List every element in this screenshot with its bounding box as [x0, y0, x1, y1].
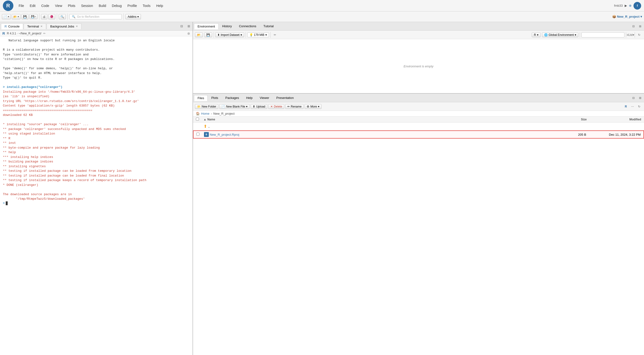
delete-button[interactable]: ✕ Delete [268, 104, 284, 109]
console-output-12: ** help [3, 150, 190, 155]
console-clear-icon[interactable]: ⊗ [187, 32, 190, 35]
file-row-parent: ⬆ .. [193, 122, 644, 130]
project-selector[interactable]: 📦 New_R_project ▾ [612, 15, 642, 18]
menu-tools[interactable]: Tools [140, 3, 153, 8]
import-chevron-icon: ▾ [240, 33, 242, 36]
save-workspace-button[interactable]: 💾 [204, 32, 212, 37]
files-more-options-button[interactable]: ⋯ [630, 104, 636, 110]
new-blank-file-label: New Blank File [226, 105, 245, 108]
console-icon: R [4, 24, 7, 28]
go-to-file-input-area[interactable]: 🔍 Go to file/function [69, 14, 122, 19]
console-line-3: Type 'contributors()' for more informati… [3, 52, 190, 57]
console-prompt-line[interactable]: > [3, 202, 190, 205]
menu-file[interactable]: File [16, 3, 26, 8]
parent-name[interactable]: ⬆ .. [204, 124, 561, 129]
select-all-input[interactable] [196, 118, 199, 121]
tab-terminal[interactable]: Terminal ✕ [24, 24, 46, 29]
memory-dropdown-icon[interactable]: ▾ [266, 33, 267, 36]
project-chevron-icon: ▾ [640, 15, 642, 18]
tab-presentation[interactable]: Presentation [273, 95, 298, 101]
user-arrow-icon[interactable]: ▶ [625, 4, 627, 8]
open-file-button[interactable]: 📂 ▾ [12, 14, 20, 19]
menu-session[interactable]: Session [78, 3, 95, 8]
rstudio-icon-btn[interactable]: R [623, 104, 629, 110]
tab-help[interactable]: Help [242, 95, 256, 101]
background-jobs-close-icon[interactable]: ✕ [76, 25, 78, 28]
new-file-button[interactable]: 📄 ▾ [2, 14, 11, 19]
menu-view[interactable]: View [52, 3, 64, 8]
size-column-header[interactable]: Size [563, 118, 587, 121]
menu-help[interactable]: Help [154, 3, 166, 8]
tab-history[interactable]: History [218, 23, 235, 29]
upload-button[interactable]: ⬆ Upload [250, 104, 267, 109]
tab-connections[interactable]: Connections [235, 23, 260, 29]
toolbar-sep-3 [67, 14, 68, 20]
knit-button[interactable]: 🧶 [48, 14, 55, 19]
r-selector-chevron-icon: ▾ [537, 33, 538, 36]
env-refresh-button[interactable]: ↻ [636, 32, 642, 38]
new-file-icon: 📄 [4, 15, 7, 18]
user-add-icon[interactable]: ⊕ [629, 4, 632, 8]
new-file-dropdown-icon[interactable]: ▾ [8, 15, 9, 18]
addins-button[interactable]: Addins ▾ [126, 14, 141, 19]
tab-viewer[interactable]: Viewer [256, 95, 273, 101]
menu-debug[interactable]: Debug [110, 3, 124, 8]
more-button[interactable]: ⚙ More ▾ [304, 104, 321, 109]
r-selector[interactable]: R ▾ [532, 32, 540, 37]
find-button[interactable]: 🔍 [59, 14, 66, 19]
files-refresh-button[interactable]: ↻ [636, 104, 642, 110]
files-collapse-button[interactable]: ⊟ [630, 95, 636, 101]
breadcrumb-home[interactable]: Home [201, 112, 210, 116]
menu-code[interactable]: Code [39, 3, 52, 8]
maximize-left-button[interactable]: ⊞ [186, 24, 192, 29]
load-workspace-button[interactable]: 📂 [195, 32, 203, 37]
menu-profile[interactable]: Profile [125, 3, 140, 8]
rproj-checkbox-input[interactable] [196, 132, 200, 136]
import-dataset-label: Import Dataset [221, 33, 240, 36]
save-all-button[interactable]: 💾+ [30, 14, 38, 19]
tab-plots[interactable]: Plots [208, 95, 222, 101]
rproj-file-name[interactable]: New_R_project.Rproj [210, 133, 239, 136]
tab-console[interactable]: R Console [1, 24, 23, 30]
import-dataset-button[interactable]: ⬆ Import Dataset ▾ [215, 32, 244, 37]
global-env-selector[interactable]: 🌐 Global Environment ▾ [542, 32, 578, 37]
env-search-input[interactable] [582, 32, 624, 38]
new-blank-file-icon: 📄 [222, 105, 225, 108]
rproj-checkbox[interactable] [196, 132, 202, 136]
console-command-line: > install.packages("cellranger") [3, 85, 190, 90]
project-name-label: New_R_project [617, 15, 640, 18]
print-button[interactable]: 🖨 [41, 14, 47, 19]
console-blank-3 [3, 80, 190, 85]
edit-env-button[interactable]: ✏ [272, 32, 278, 38]
console-line-7: Type 'q()' to quit R. [3, 76, 190, 80]
collapse-left-button[interactable]: ⊟ [179, 24, 184, 29]
rename-button[interactable]: ✏ Rename [285, 104, 304, 109]
console-path-edit-icon[interactable]: ✏ [43, 32, 46, 35]
new-blank-file-button[interactable]: 📄 New Blank File ▾ [219, 104, 250, 109]
menubar: R File Edit Code View Plots Session Buil… [0, 0, 644, 12]
menu-plots[interactable]: Plots [66, 3, 78, 8]
terminal-close-icon[interactable]: ✕ [40, 25, 42, 28]
menu-build[interactable]: Build [96, 3, 108, 8]
console-output-4: Content type 'application/x-gzip' length… [3, 104, 190, 108]
files-maximize-button[interactable]: ⊞ [637, 95, 643, 101]
tab-tutorial[interactable]: Tutorial [260, 23, 277, 29]
save-button[interactable]: 💾 [22, 14, 28, 19]
tab-environment[interactable]: Environment [194, 24, 218, 30]
user-avatar[interactable]: f [634, 2, 641, 10]
select-all-checkbox[interactable] [196, 118, 202, 121]
name-column-header[interactable]: ▲ Name [204, 118, 561, 121]
env-maximize-button[interactable]: ⊞ [637, 24, 643, 29]
rproj-name-cell[interactable]: R New_R_project.Rproj [204, 132, 560, 137]
tab-packages[interactable]: Packages [222, 95, 242, 101]
open-file-dropdown-icon[interactable]: ▾ [18, 15, 19, 18]
new-folder-button[interactable]: 📁 New Folder [195, 104, 218, 109]
r-logo-icon: R [3, 0, 14, 11]
tab-background-jobs[interactable]: Background Jobs ✕ [46, 24, 81, 29]
menu-edit[interactable]: Edit [28, 3, 38, 8]
env-list-view-button[interactable]: ≡ List ▾ [628, 32, 633, 38]
env-collapse-button[interactable]: ⊟ [630, 24, 636, 29]
home-icon: 🏠 [196, 112, 200, 116]
parent-dir-label[interactable]: .. [208, 125, 210, 128]
tab-files[interactable]: Files [194, 95, 208, 101]
